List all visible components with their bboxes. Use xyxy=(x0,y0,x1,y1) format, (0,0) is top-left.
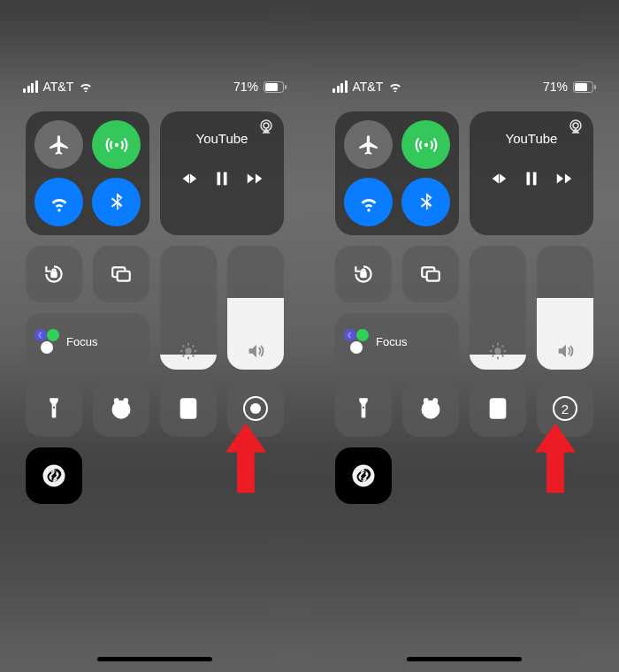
pointer-arrow-icon xyxy=(225,416,266,500)
calculator-button[interactable] xyxy=(470,380,526,437)
svg-point-34 xyxy=(191,409,193,411)
forward-button[interactable] xyxy=(245,169,264,192)
pause-button[interactable] xyxy=(212,169,232,192)
forward-button[interactable] xyxy=(554,169,574,192)
svg-point-50 xyxy=(494,347,501,354)
bluetooth-toggle[interactable] xyxy=(401,178,450,226)
brightness-icon xyxy=(160,341,217,361)
airplay-icon[interactable] xyxy=(257,118,275,138)
svg-point-71 xyxy=(493,409,495,411)
volume-slider[interactable] xyxy=(537,246,593,370)
svg-rect-46 xyxy=(533,172,537,186)
rewind-button[interactable] xyxy=(180,169,199,192)
svg-rect-6 xyxy=(217,172,220,186)
airplay-icon[interactable] xyxy=(567,118,585,138)
battery-icon xyxy=(264,81,287,93)
timer-button[interactable] xyxy=(93,380,149,437)
svg-point-70 xyxy=(501,407,502,409)
svg-line-18 xyxy=(183,355,185,357)
svg-point-32 xyxy=(184,409,186,411)
status-bar: AT&T 71% xyxy=(318,9,610,97)
battery-icon xyxy=(573,81,596,93)
orientation-lock-button[interactable] xyxy=(26,246,82,302)
orientation-lock-button[interactable] xyxy=(335,246,392,302)
battery-percent: 71% xyxy=(233,80,258,94)
svg-line-17 xyxy=(193,355,195,357)
svg-line-16 xyxy=(183,346,185,347)
svg-point-31 xyxy=(191,407,193,409)
svg-rect-47 xyxy=(361,272,365,277)
svg-rect-64 xyxy=(424,400,428,403)
status-bar: AT&T 71% xyxy=(9,9,301,97)
cellular-signal-icon xyxy=(332,80,348,93)
media-module[interactable]: YouTube xyxy=(160,111,284,235)
cellular-data-toggle[interactable] xyxy=(92,120,141,169)
svg-point-69 xyxy=(497,407,499,409)
svg-point-11 xyxy=(185,347,191,354)
svg-point-3 xyxy=(114,142,118,146)
bluetooth-toggle[interactable] xyxy=(92,178,141,226)
record-countdown-value: 2 xyxy=(562,401,569,416)
brightness-icon xyxy=(470,341,526,361)
focus-button[interactable]: ☾ Focus xyxy=(335,313,459,370)
svg-point-35 xyxy=(184,413,186,415)
flashlight-button[interactable] xyxy=(335,380,392,437)
volume-slider[interactable] xyxy=(227,246,284,370)
media-module[interactable]: YouTube xyxy=(470,111,593,235)
cellular-signal-icon xyxy=(23,80,38,93)
focus-mode-icons: ☾ xyxy=(344,329,369,354)
svg-point-43 xyxy=(573,123,578,128)
svg-rect-8 xyxy=(51,272,56,277)
svg-point-36 xyxy=(187,413,189,415)
home-indicator[interactable] xyxy=(97,657,212,661)
svg-point-68 xyxy=(493,407,495,409)
svg-line-56 xyxy=(502,355,504,357)
svg-point-30 xyxy=(187,407,189,409)
focus-button[interactable]: ☾ Focus xyxy=(26,313,149,370)
focus-label: Focus xyxy=(66,335,97,348)
connectivity-module[interactable] xyxy=(26,111,149,235)
svg-point-33 xyxy=(187,409,189,411)
svg-point-42 xyxy=(424,142,427,146)
wifi-toggle[interactable] xyxy=(34,178,83,226)
focus-label: Focus xyxy=(376,335,407,348)
svg-point-73 xyxy=(501,409,502,411)
rewind-button[interactable] xyxy=(489,169,508,192)
svg-rect-65 xyxy=(434,400,438,403)
cellular-data-toggle[interactable] xyxy=(401,120,450,169)
svg-point-75 xyxy=(497,413,499,415)
svg-line-58 xyxy=(502,346,504,347)
wifi-icon xyxy=(388,81,402,92)
timer-button[interactable] xyxy=(402,380,459,437)
svg-rect-1 xyxy=(265,83,278,91)
svg-point-4 xyxy=(264,123,269,128)
screenshot-left: AT&T 71% xyxy=(0,0,310,672)
screen-mirroring-button[interactable] xyxy=(402,246,459,302)
svg-point-76 xyxy=(501,413,502,415)
wifi-toggle[interactable] xyxy=(344,178,393,226)
svg-rect-26 xyxy=(125,400,128,403)
shazam-button[interactable] xyxy=(335,447,392,504)
carrier-label: AT&T xyxy=(353,80,384,94)
airplane-mode-toggle[interactable] xyxy=(34,120,83,169)
airplane-mode-toggle[interactable] xyxy=(344,120,393,169)
svg-rect-25 xyxy=(115,400,118,403)
battery-percent: 71% xyxy=(543,80,568,94)
flashlight-button[interactable] xyxy=(26,380,82,437)
svg-rect-7 xyxy=(224,172,227,186)
volume-icon xyxy=(537,341,593,361)
shazam-button[interactable] xyxy=(26,447,82,504)
connectivity-module[interactable] xyxy=(335,111,459,235)
screenshot-right: AT&T 71% xyxy=(310,0,619,672)
svg-point-29 xyxy=(184,407,186,409)
carrier-label: AT&T xyxy=(43,80,74,94)
home-indicator[interactable] xyxy=(407,657,522,661)
calculator-button[interactable] xyxy=(160,380,217,437)
svg-line-19 xyxy=(193,346,195,347)
brightness-slider[interactable] xyxy=(470,246,526,370)
screen-mirroring-button[interactable] xyxy=(93,246,149,302)
svg-point-37 xyxy=(191,413,193,415)
pause-button[interactable] xyxy=(522,169,541,192)
svg-line-55 xyxy=(493,346,494,347)
brightness-slider[interactable] xyxy=(160,246,217,370)
